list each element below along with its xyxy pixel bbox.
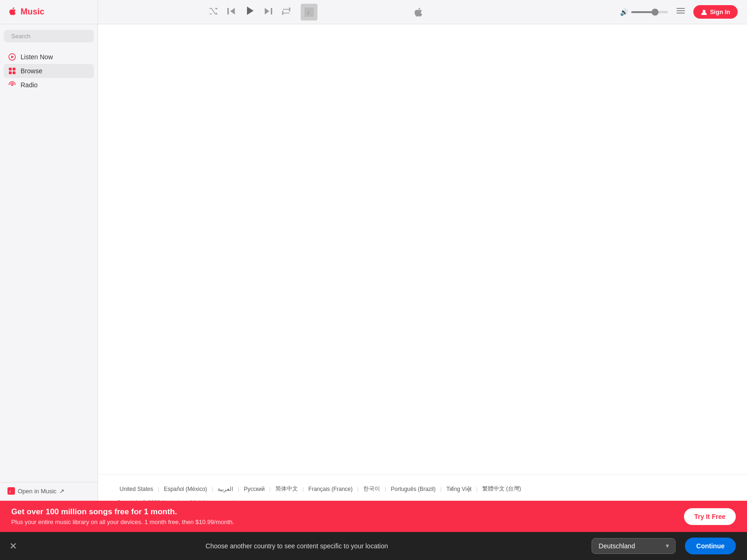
svg-rect-8 (677, 10, 685, 11)
promo-subtitle: Plus your entire music library on all yo… (11, 518, 684, 525)
svg-marker-0 (230, 8, 235, 14)
svg-text:♪: ♪ (307, 9, 310, 16)
play-icon (245, 6, 255, 16)
svg-rect-4 (271, 8, 272, 14)
open-in-music-link[interactable]: ♪ Open in Music ↗ (7, 487, 90, 495)
apple-logo-center-icon (414, 7, 423, 17)
listen-now-label: Listen Now (21, 53, 53, 61)
right-controls: 🔊 Sign In (620, 4, 747, 20)
search-box[interactable] (4, 30, 94, 42)
track-info (325, 7, 512, 17)
lang-br[interactable]: Português (Brazil) (388, 485, 438, 493)
svg-marker-2 (247, 7, 254, 15)
main-content: United States | Español (México) | العرب… (98, 24, 747, 532)
queue-button[interactable] (674, 4, 688, 20)
app-logo[interactable]: Music (7, 7, 44, 17)
browse-icon (8, 67, 16, 75)
promo-banner: Get over 100 million songs free for 1 mo… (0, 501, 747, 532)
lang-cn[interactable]: 简体中文 (273, 484, 301, 494)
body-area: Listen Now Browse Radio Unite (0, 24, 747, 532)
sidebar-item-radio[interactable]: Radio (4, 78, 94, 92)
volume-slider[interactable] (631, 11, 668, 13)
svg-rect-17 (9, 71, 12, 74)
user-icon (701, 9, 707, 15)
previous-button[interactable] (224, 5, 238, 20)
sidebar-header: Music (0, 0, 98, 24)
lang-vn[interactable]: Tiếng Việt (444, 485, 474, 493)
lang-ar[interactable]: العربية (215, 485, 236, 493)
next-button[interactable] (261, 5, 275, 20)
play-button[interactable] (242, 3, 258, 21)
music-note-icon: ♪ (304, 7, 314, 17)
sidebar-item-listen-now[interactable]: Listen Now (4, 50, 94, 64)
open-in-music-label: Open in Music (18, 488, 56, 495)
country-bar-message: Choose another country to see content sp… (11, 542, 582, 550)
listen-now-icon (8, 53, 16, 61)
sidebar-bottom: ♪ Open in Music ↗ (0, 482, 98, 499)
browse-label: Browse (21, 67, 42, 75)
prev-icon (227, 7, 235, 15)
music-app-icon: ♪ (7, 487, 15, 495)
country-select-wrapper: Deutschland United States United Kingdom… (592, 538, 676, 554)
volume-icon: 🔊 (620, 8, 628, 16)
top-bar: Music (0, 0, 747, 24)
try-it-free-button[interactable]: Try It Free (684, 508, 736, 525)
svg-rect-16 (13, 68, 15, 70)
svg-point-19 (11, 84, 13, 86)
next-icon (264, 7, 273, 15)
close-icon: ✕ (9, 541, 17, 551)
language-row: United States | Español (México) | العرب… (117, 484, 728, 494)
svg-rect-15 (9, 68, 12, 70)
repeat-icon (282, 7, 290, 15)
svg-text:♪: ♪ (9, 489, 11, 494)
lang-mx[interactable]: Español (México) (161, 485, 210, 493)
lang-ko[interactable]: 한국이 (360, 484, 383, 494)
promo-title: Get over 100 million songs free for 1 mo… (11, 507, 684, 517)
album-art-mini: ♪ (301, 4, 317, 21)
shuffle-button[interactable] (206, 5, 220, 19)
sign-in-button[interactable]: Sign In (693, 5, 738, 19)
continue-button[interactable]: Continue (685, 538, 736, 554)
close-country-bar-button[interactable]: ✕ (9, 540, 17, 552)
country-select[interactable]: Deutschland United States United Kingdom… (592, 538, 676, 554)
svg-rect-9 (677, 13, 685, 14)
content-area (98, 24, 747, 474)
lang-fr[interactable]: Français (France) (306, 485, 356, 493)
volume-control: 🔊 (620, 8, 668, 16)
sidebar-item-browse[interactable]: Browse (4, 64, 94, 78)
shuffle-icon (209, 8, 218, 14)
radio-icon (8, 81, 16, 89)
svg-rect-18 (13, 71, 15, 74)
svg-marker-3 (265, 8, 269, 14)
search-input[interactable] (11, 33, 90, 40)
lang-tw[interactable]: 繁體中文 (台灣) (479, 484, 524, 494)
lang-us[interactable]: United States (117, 485, 156, 493)
svg-rect-1 (227, 8, 229, 14)
radio-label: Radio (21, 81, 38, 89)
app-name: Music (21, 7, 44, 17)
lang-ru[interactable]: Русский (241, 485, 268, 493)
svg-rect-7 (677, 8, 685, 9)
open-arrow-icon: ↗ (59, 488, 64, 495)
sidebar: Listen Now Browse Radio (0, 24, 98, 532)
country-bar: ✕ Choose another country to see content … (0, 532, 747, 560)
player-controls: ♪ (98, 3, 620, 21)
queue-icon (677, 8, 685, 14)
svg-marker-14 (11, 56, 14, 58)
promo-text: Get over 100 million songs free for 1 mo… (11, 507, 684, 525)
repeat-button[interactable] (279, 5, 293, 20)
apple-logo-icon (7, 7, 18, 17)
